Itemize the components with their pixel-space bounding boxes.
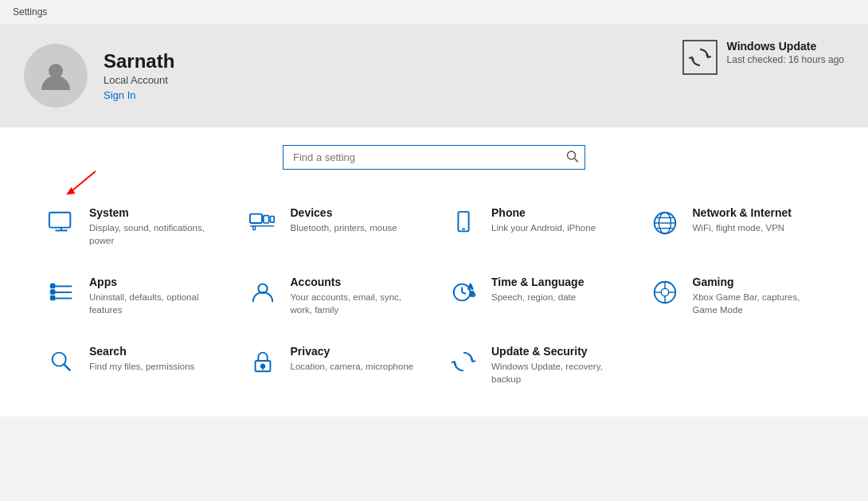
- setting-item-privacy[interactable]: Privacy Location, camera, microphone: [233, 331, 435, 400]
- setting-item-update[interactable]: Update & Security Windows Update, recove…: [434, 331, 635, 400]
- devices-text: Devices Bluetooth, printers, mouse: [291, 206, 397, 234]
- search-icon: [566, 150, 579, 162]
- top-bar: Settings: [0, 0, 868, 24]
- accounts-title: Accounts: [291, 276, 422, 288]
- svg-rect-10: [270, 217, 274, 223]
- search-title: Search: [89, 345, 194, 358]
- svg-rect-25: [51, 296, 55, 300]
- time-title: Time & Language: [491, 276, 584, 288]
- update-desc: Windows Update, recovery, backup: [491, 360, 623, 386]
- setting-item-network[interactable]: Network & Internet WiFi, flight mode, VP…: [635, 192, 837, 261]
- svg-line-2: [575, 159, 579, 162]
- gaming-desc: Xbox Game Bar, captures, Game Mode: [693, 291, 824, 316]
- setting-item-time[interactable]: A あ Time & Language Speech, region, date: [434, 261, 635, 331]
- privacy-icon: [246, 345, 280, 378]
- windows-update-title: Windows Update: [727, 40, 844, 53]
- accounts-text: Accounts Your accounts, email, sync, wor…: [291, 276, 422, 316]
- time-desc: Speech, region, date: [491, 291, 584, 303]
- network-text: Network & Internet WiFi, flight mode, VP…: [693, 206, 792, 234]
- network-title: Network & Internet: [693, 206, 792, 219]
- search-button[interactable]: [566, 150, 579, 165]
- search-text: Search Find my files, permissions: [89, 345, 194, 373]
- avatar: [24, 44, 88, 108]
- update-text: Update & Security Windows Update, recove…: [491, 345, 623, 386]
- devices-title: Devices: [291, 206, 397, 219]
- system-text: System Display, sound, notifications, po…: [89, 206, 221, 247]
- windows-update-icon: [682, 40, 717, 75]
- phone-text: Phone Link your Android, iPhone: [491, 206, 596, 234]
- devices-desc: Bluetooth, printers, mouse: [291, 221, 397, 234]
- svg-point-38: [53, 353, 66, 366]
- svg-rect-23: [51, 284, 55, 288]
- privacy-text: Privacy Location, camera, microphone: [291, 345, 414, 373]
- svg-rect-5: [49, 213, 70, 228]
- accounts-desc: Your accounts, email, sync, work, family: [291, 291, 422, 316]
- search-input[interactable]: [283, 145, 585, 170]
- setting-item-accounts[interactable]: Accounts Your accounts, email, sync, wor…: [233, 261, 435, 331]
- header-section: Sarnath Local Account Sign In Windows Up…: [0, 24, 868, 127]
- search-settings-icon: [45, 345, 78, 378]
- privacy-desc: Location, camera, microphone: [291, 360, 414, 373]
- svg-point-41: [260, 365, 264, 369]
- svg-point-1: [568, 151, 576, 159]
- search-container: [283, 145, 585, 170]
- svg-line-39: [64, 365, 70, 371]
- gaming-text: Gaming Xbox Game Bar, captures, Game Mod…: [693, 276, 824, 316]
- svg-point-33: [661, 288, 668, 296]
- settings-grid: System Display, sound, notifications, po…: [0, 184, 868, 417]
- windows-update-subtitle: Last checked: 16 hours ago: [727, 54, 844, 65]
- network-desc: WiFi, flight mode, VPN: [693, 221, 792, 234]
- time-icon: A あ: [447, 276, 480, 309]
- system-desc: Display, sound, notifications, power: [89, 221, 221, 247]
- setting-item-apps[interactable]: Apps Uninstall, defaults, optional featu…: [32, 261, 233, 331]
- apps-text: Apps Uninstall, defaults, optional featu…: [89, 276, 221, 316]
- gaming-title: Gaming: [693, 276, 824, 288]
- accounts-icon: [246, 276, 280, 309]
- setting-item-search[interactable]: Search Find my files, permissions: [32, 331, 233, 400]
- apps-title: Apps: [89, 276, 221, 288]
- time-text: Time & Language Speech, region, date: [491, 276, 584, 303]
- update-icon: [447, 345, 480, 378]
- privacy-title: Privacy: [291, 345, 414, 358]
- app-title: Settings: [13, 6, 47, 18]
- setting-item-gaming[interactable]: Gaming Xbox Game Bar, captures, Game Mod…: [635, 261, 837, 331]
- apps-icon: [45, 276, 78, 309]
- svg-line-29: [462, 292, 466, 294]
- apps-desc: Uninstall, defaults, optional features: [89, 291, 221, 316]
- phone-title: Phone: [491, 206, 596, 219]
- search-desc: Find my files, permissions: [89, 360, 194, 373]
- gaming-icon: [648, 276, 682, 309]
- phone-desc: Link your Android, iPhone: [491, 221, 596, 234]
- search-section: [0, 127, 868, 184]
- user-info: Sarnath Local Account Sign In: [104, 50, 174, 101]
- svg-rect-12: [252, 226, 255, 230]
- account-type: Local Account: [104, 74, 174, 86]
- update-title: Update & Security: [491, 345, 623, 358]
- setting-item-phone[interactable]: Phone Link your Android, iPhone: [434, 192, 635, 261]
- svg-text:あ: あ: [470, 291, 475, 297]
- svg-rect-9: [263, 216, 268, 223]
- system-icon: [45, 206, 78, 240]
- svg-text:A: A: [468, 283, 473, 291]
- setting-item-system[interactable]: System Display, sound, notifications, po…: [32, 192, 233, 261]
- svg-rect-24: [51, 290, 55, 294]
- sign-in-link[interactable]: Sign In: [104, 89, 174, 101]
- system-title: System: [89, 206, 221, 219]
- svg-rect-8: [249, 214, 261, 223]
- svg-marker-4: [66, 187, 75, 195]
- windows-update-section[interactable]: Windows Update Last checked: 16 hours ag…: [682, 40, 844, 75]
- windows-update-text: Windows Update Last checked: 16 hours ag…: [727, 40, 844, 65]
- devices-icon: [246, 206, 280, 240]
- setting-item-devices[interactable]: Devices Bluetooth, printers, mouse: [233, 192, 435, 261]
- network-icon: [648, 206, 682, 240]
- username: Sarnath: [104, 50, 174, 72]
- avatar-icon: [37, 57, 75, 95]
- phone-icon: [447, 206, 480, 240]
